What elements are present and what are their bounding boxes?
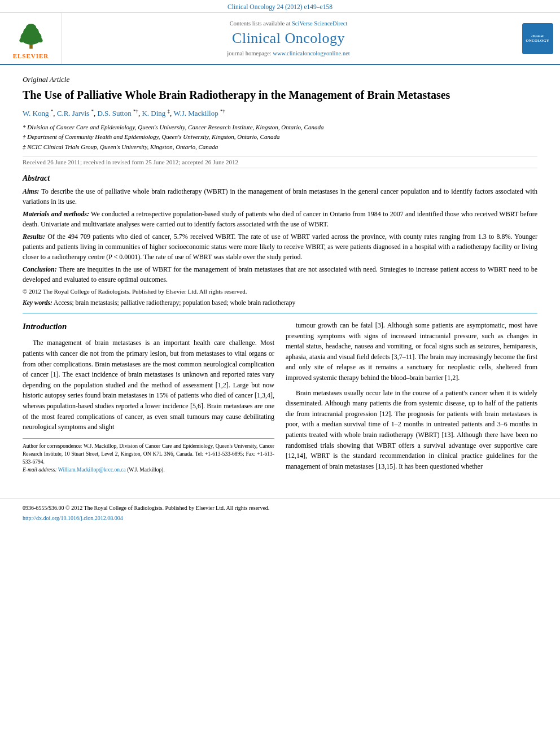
footer-doi: http://dx.doi.org/10.1016/j.clon.2012.08… [23,514,537,522]
journal-homepage-link[interactable]: www.clinicaloncologyonline.net [273,50,349,56]
abstract-section: Abstract Aims: To describe the use of pa… [23,174,537,307]
journal-logo-area: clinicalONCOLOGY [515,13,560,64]
affiliations: * Division of Cancer Care and Epidemiolo… [23,123,537,152]
author-ding: K. Ding [142,109,165,117]
section-divider [23,313,537,313]
conclusion-label: Conclusion: [23,265,57,273]
affiliation-3: ‡ NCIC Clinical Trials Group, Queen's Un… [23,142,537,152]
footnote-email-line: E-mail address: William.Mackillop@krcc.o… [23,466,274,474]
received-line: Received 26 June 2011; received in revis… [23,156,537,168]
top-bar: Clinical Oncology 24 (2012) e149–e158 [0,0,560,13]
sciverse-link[interactable]: SciVerse ScienceDirect [292,20,347,27]
footnote-email[interactable]: William.Mackillop@krcc.on.ca [58,467,126,473]
article-title: The Use of Palliative Whole Brain Radiot… [23,88,537,102]
abstract-materials: Materials and methods: We conducted a re… [23,209,537,229]
footer-issn: 0936-6555/$36.00 © 2012 The Royal Colleg… [23,504,537,512]
abstract-results: Results: Of the 494 709 patients who die… [23,231,537,262]
footnote-email-suffix: (W.J. Mackillop). [127,467,165,473]
page-footer: 0936-6555/$36.00 © 2012 The Royal Colleg… [0,499,560,530]
copyright-line: © 2012 The Royal College of Radiologists… [23,287,537,296]
elsevier-logo: ELSEVIER [11,18,51,59]
keywords-label: Key words: [23,299,53,306]
elsevier-logo-area: ELSEVIER [0,13,62,64]
footnote-correspondence: Author for correspondence: W.J. Mackillo… [23,442,274,466]
right-column: tumour growth can be fatal [3]. Although… [286,320,537,476]
author-kong: W. Kong [23,109,49,117]
results-label: Results: [23,233,45,241]
aims-label: Aims: [23,187,39,195]
journal-header-center: Contents lists available at SciVerse Sci… [62,13,515,64]
body-two-column: Introduction The management of brain met… [23,320,537,476]
article-type: Original Article [23,75,537,84]
left-column: Introduction The management of brain met… [23,320,274,476]
journal-logo-text: clinicalONCOLOGY [526,34,549,43]
keywords-line: Key words: Access; brain metastasis; pal… [23,299,537,306]
intro-paragraph-3: Brain metastases usually occur late in t… [286,388,537,472]
authors-line: W. Kong *, C.R. Jarvis *, D.S. Sutton *†… [23,108,537,119]
abstract-aims: Aims: To describe the use of palliative … [23,186,537,207]
results-text: Of the 494 709 patients who died of canc… [23,233,537,261]
elsevier-tree-icon [11,18,51,51]
journal-homepage: journal homepage: www.clinicaloncologyon… [227,50,349,56]
author-mackillop: W.J. Mackillop [173,109,218,117]
doi-link[interactable]: http://dx.doi.org/10.1016/j.clon.2012.08… [23,515,123,521]
main-content: Original Article The Use of Palliative W… [0,65,560,487]
materials-label: Materials and methods: [23,210,89,218]
affiliation-2: † Department of Community Health and Epi… [23,132,537,142]
conclusion-text: There are inequities in the use of WBRT … [23,265,537,283]
aims-text: To describe the use of palliative whole … [23,187,537,206]
author-sutton: D.S. Sutton [97,109,131,117]
materials-text: We conducted a retrospective population-… [23,210,537,228]
column-footnote: Author for correspondence: W.J. Mackillo… [23,438,274,474]
abstract-heading: Abstract [23,174,537,183]
journal-citation: Clinical Oncology 24 (2012) e149–e158 [228,3,333,10]
introduction-heading: Introduction [23,320,274,333]
abstract-conclusion: Conclusion: There are inequities in the … [23,264,537,285]
svg-point-3 [25,24,36,32]
intro-paragraph-2: tumour growth can be fatal [3]. Although… [286,320,537,383]
elsevier-wordmark: ELSEVIER [13,53,49,59]
affiliation-1: * Division of Cancer Care and Epidemiolo… [23,123,537,133]
journal-logo-box: clinicalONCOLOGY [522,23,553,54]
footnote-email-label: E-mail address: [23,467,57,473]
sciverse-line: Contents lists available at SciVerse Sci… [230,20,347,27]
intro-paragraph-1: The management of brain metastases is an… [23,338,274,432]
author-jarvis: C.R. Jarvis [57,109,89,117]
journal-title: Clinical Oncology [232,30,345,47]
abstract-text: Aims: To describe the use of palliative … [23,186,537,296]
keywords-text: Access; brain metastasis; palliative rad… [54,299,295,306]
journal-header: ELSEVIER Contents lists available at Sci… [0,13,560,65]
